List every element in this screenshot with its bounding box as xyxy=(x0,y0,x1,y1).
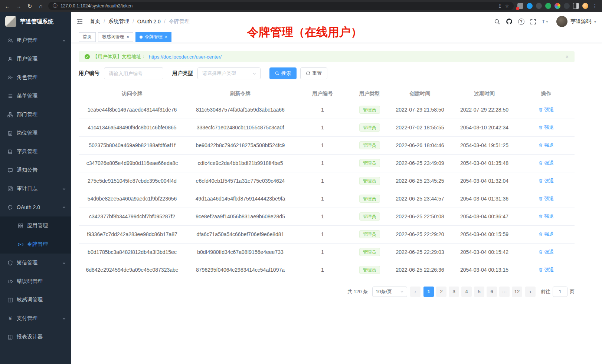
sidebar-item-oauth-token[interactable]: 令牌管理 xyxy=(0,235,71,254)
cell-actions: 强退 xyxy=(518,208,575,225)
force-logout-button[interactable]: 强退 xyxy=(539,231,554,238)
force-logout-button[interactable]: 强退 xyxy=(539,195,554,202)
col-create-time: 创建时间 xyxy=(389,87,451,101)
profile-avatar[interactable] xyxy=(582,3,588,9)
collapse-sidebar-icon[interactable] xyxy=(76,18,83,25)
org-tree-icon xyxy=(7,112,13,118)
sidebar-item-dict[interactable]: 字典管理 xyxy=(0,142,71,161)
site-info-icon[interactable]: ⓘ xyxy=(53,3,58,9)
breadcrumb: 首页 / 系统管理 / OAuth 2.0 / 令牌管理 xyxy=(90,18,190,25)
close-icon[interactable]: × xyxy=(127,35,129,39)
page-button[interactable]: 5 xyxy=(474,287,484,297)
cell-access-token: 54d6be82ee5a460a9aedc1f9bf223656 xyxy=(79,190,186,208)
page-button[interactable]: 12 xyxy=(512,287,522,297)
sidebar-item-menu[interactable]: 菜单管理 xyxy=(0,87,71,105)
code-icon xyxy=(7,279,13,284)
chevron-down-icon xyxy=(62,261,66,265)
github-icon[interactable] xyxy=(506,18,513,25)
search-icon[interactable] xyxy=(494,19,500,25)
sidebar-item-pay[interactable]: ¥ 支付管理 xyxy=(0,309,71,328)
alert-close-icon[interactable]: × xyxy=(566,54,569,60)
page-button[interactable]: 4 xyxy=(461,287,472,297)
extension-icon[interactable] xyxy=(545,3,551,9)
extension-icon[interactable] xyxy=(527,3,533,9)
breadcrumb-item[interactable]: 首页 xyxy=(90,18,100,25)
back-icon[interactable]: ← xyxy=(4,3,11,9)
help-icon[interactable]: ? xyxy=(518,19,524,25)
extension-icon[interactable] xyxy=(536,3,542,9)
url-text[interactable]: 127.0.0.1:1024/system/oauth2/token xyxy=(60,3,495,9)
sidebar-item-dept[interactable]: 部门管理 xyxy=(0,105,71,124)
tab[interactable]: 首页 × xyxy=(79,32,96,42)
sidebar-item-role[interactable]: 角色管理 xyxy=(0,68,71,87)
sidebar-item-audit-log[interactable]: 审计日志 xyxy=(0,179,71,198)
cell-create-time: 2022-06-25 22:50:08 xyxy=(389,208,451,225)
force-logout-button[interactable]: 强退 xyxy=(539,106,554,113)
report-icon xyxy=(7,334,13,340)
next-page-button[interactable]: › xyxy=(525,287,536,297)
force-logout-button[interactable]: 强退 xyxy=(539,249,554,255)
sidebar-item-user[interactable]: 用户管理 xyxy=(0,50,71,68)
home-icon[interactable]: ⌂ xyxy=(37,3,45,9)
breadcrumb-item[interactable]: 系统管理 xyxy=(108,18,129,25)
sidebar-item-sensitive-word[interactable]: 敏感词管理 xyxy=(0,291,71,309)
force-logout-button[interactable]: 强退 xyxy=(539,267,554,273)
share-icon[interactable]: ↥ xyxy=(498,3,502,9)
user-type-label: 用户类型 xyxy=(172,70,193,77)
extension-icon[interactable] xyxy=(554,3,560,9)
sidebar-item-label: 敏感词管理 xyxy=(17,297,43,303)
breadcrumb-separator: / xyxy=(164,19,166,24)
tab[interactable]: 敏感词管理 × xyxy=(98,32,133,42)
table-row: 41c41346a548490f9dc8b01c6bfe0865 333ecfc… xyxy=(79,119,575,136)
sidebar-item-notice[interactable]: 通知公告 xyxy=(0,161,71,179)
cell-actions: 强退 xyxy=(518,172,575,190)
goto-page-input[interactable] xyxy=(553,287,567,297)
sidebar-item-sms[interactable]: 短信管理 xyxy=(0,254,71,272)
cell-user-id: 1 xyxy=(295,119,350,136)
app-grid-icon xyxy=(18,223,23,229)
extension-icon[interactable] xyxy=(564,3,570,9)
force-logout-button[interactable]: 强退 xyxy=(539,178,554,184)
user-id-input[interactable] xyxy=(104,67,163,79)
sidebar-item-tenant[interactable]: 租户管理 xyxy=(0,31,71,50)
user-type-select[interactable]: 请选择用户类型 xyxy=(197,67,261,79)
extension-icon[interactable] xyxy=(517,3,523,9)
bookmark-star-icon[interactable]: ☆ xyxy=(505,3,509,9)
page-button[interactable]: 2 xyxy=(436,287,446,297)
tab[interactable]: 令牌管理 × xyxy=(135,32,171,42)
page-button[interactable]: ··· xyxy=(499,287,510,297)
cell-user-id: 1 xyxy=(295,101,350,119)
address-bar[interactable]: ⓘ 127.0.0.1:1024/system/oauth2/token ↥ ☆ xyxy=(48,2,514,10)
reload-icon[interactable]: ↻ xyxy=(26,3,33,9)
force-logout-button[interactable]: 强退 xyxy=(539,160,554,166)
sidebar-item-post[interactable]: 岗位管理 xyxy=(0,124,71,142)
sidebar-item-label: 菜单管理 xyxy=(17,93,37,99)
force-logout-button[interactable]: 强退 xyxy=(539,213,554,220)
user-type-badge: 管理员 xyxy=(359,159,380,168)
page-button[interactable]: 1 xyxy=(423,287,434,297)
sidebar-item-oauth[interactable]: OAuth 2.0 xyxy=(0,198,71,216)
side-panel-icon[interactable] xyxy=(573,3,579,9)
app-logo-row[interactable]: 芋道管理系统 xyxy=(0,12,71,31)
table-row: b0d1785bc3a8482f812db4a3f3bd15ec b0df498… xyxy=(79,243,575,261)
reset-button[interactable]: 重置 xyxy=(300,67,327,79)
page-size-select[interactable]: 10条/页 xyxy=(372,287,407,297)
sidebar-item-error-code[interactable]: 错误码管理 xyxy=(0,272,71,291)
forward-icon[interactable]: → xyxy=(15,3,22,9)
force-logout-button[interactable]: 强退 xyxy=(539,124,554,131)
search-button[interactable]: 搜索 xyxy=(269,67,297,79)
sidebar-item-report-designer[interactable]: 报表设计器 xyxy=(0,328,71,346)
prev-page-button[interactable]: ‹ xyxy=(410,287,421,297)
force-logout-button[interactable]: 强退 xyxy=(539,142,554,149)
page-button[interactable]: 3 xyxy=(449,287,459,297)
sidebar-item-label: 字典管理 xyxy=(17,148,37,155)
doc-link[interactable]: https://doc.iocoder.cn/user-center/ xyxy=(149,54,222,60)
fullscreen-icon[interactable] xyxy=(530,19,536,25)
font-size-icon[interactable]: TT xyxy=(542,19,549,24)
browser-menu-icon[interactable]: ⋮ xyxy=(592,3,598,9)
close-icon[interactable]: × xyxy=(165,35,167,39)
page-button[interactable]: 6 xyxy=(487,287,497,297)
sidebar-item-oauth-app[interactable]: 应用管理 xyxy=(0,216,71,235)
breadcrumb-item[interactable]: OAuth 2.0 xyxy=(137,19,161,24)
user-menu[interactable]: 芋道源码 ▾ xyxy=(556,16,596,27)
